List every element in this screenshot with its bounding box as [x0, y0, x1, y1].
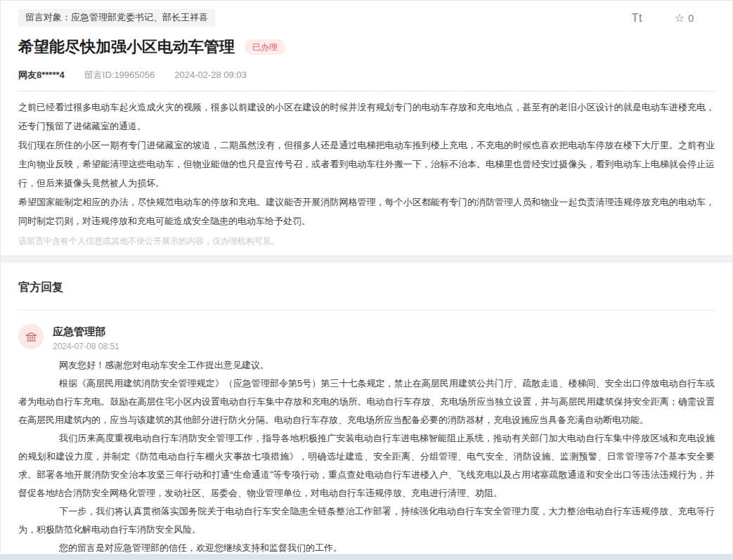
message-datetime: 2024-02-28 09:03: [174, 70, 247, 80]
title-row: 希望能尽快加强小区电动车管理 已办理: [18, 38, 715, 56]
message-card: 留言对象：应急管理部党委书记、部长王祥喜 Tt ☆ 0 希望能尽快加强小区电动车…: [1, 1, 732, 255]
reply-section-title: 官方回复: [18, 280, 715, 295]
reply-paragraph: 下一步，我们将认真贯彻落实国务院关于电动自行车安全隐患全链条整治工作部署，持续强…: [18, 502, 715, 539]
star-icon: ☆: [675, 13, 685, 24]
reply-paragraph: 根据《高层民用建筑消防安全管理规定》（应急管理部令第5号）第三十七条规定，禁止在…: [18, 375, 715, 429]
page-title: 希望能尽快加强小区电动车管理: [18, 38, 235, 56]
reply-header: 应急管理部 2024-07-08 08:51: [18, 324, 715, 351]
message-paragraph: 希望国家能制定相应的办法，尽快规范电动车的停放和充电。建议能否开展消防网格管理，…: [18, 193, 715, 230]
official-reply-card: 官方回复 应急管理部 2024-07-08 08:51 网友您好！感谢您对电动车…: [1, 263, 732, 554]
font-size-icon[interactable]: Tt: [632, 12, 642, 25]
footer-strip: [1, 554, 732, 559]
toolbar: Tt ☆ 0: [632, 12, 694, 25]
author-name: 网友8*****4: [18, 69, 65, 82]
message-id: 留言ID:19965056: [84, 69, 155, 82]
message-paragraph: 之前已经看过很多电动车起火造成火灾的视频，很多以前建设的小区在建设的时候并没有规…: [18, 98, 715, 136]
reply-paragraph: 网友您好！感谢您对电动车安全工作提出意见建议。: [18, 356, 715, 375]
avatar: [18, 324, 44, 349]
message-detail-page: 留言对象：应急管理部党委书记、部长王祥喜 Tt ☆ 0 希望能尽快加强小区电动车…: [0, 0, 733, 560]
favorite-count: 0: [688, 13, 694, 24]
government-building-icon: [25, 330, 38, 344]
agency-name: 应急管理部: [53, 324, 119, 338]
card-gap-band: [1, 255, 732, 263]
reply-paragraph: 您的留言是对应急管理部的信任，欢迎您继续支持和监督我们的工作。: [18, 539, 715, 554]
agency-block: 应急管理部 2024-07-08 08:51: [53, 324, 119, 351]
message-meta: 网友8*****4 留言ID:19965056 2024-02-28 09:03: [18, 69, 715, 82]
reply-body: 网友您好！感谢您对电动车安全工作提出意见建议。根据《高层民用建筑消防安全管理规定…: [18, 356, 715, 554]
favorite-button[interactable]: ☆ 0: [675, 13, 694, 24]
reply-datetime: 2024-07-08 08:51: [53, 341, 119, 351]
section-divider: [18, 310, 715, 311]
message-paragraph: 我们现在所住的小区一期有专门进储藏室的坡道，二期虽然没有，但很多人还是通过电梯把…: [18, 136, 715, 193]
dashed-divider: [18, 91, 715, 91]
reply-paragraph: 我们历来高度重视电动自行车消防安全管理工作，指导各地积极推广安装电动自行车进电梯…: [18, 429, 715, 502]
status-badge: 已办理: [245, 39, 285, 56]
message-target-tag: 留言对象：应急管理部党委书记、部长王祥喜: [18, 9, 215, 27]
message-body: 之前已经看过很多电动车起火造成火灾的视频，很多以前建设的小区在建设的时候并没有规…: [18, 98, 715, 230]
privacy-note: 该留言中含有个人信息或其他不便公开展示的内容，仅办理机构可见。: [18, 235, 715, 247]
